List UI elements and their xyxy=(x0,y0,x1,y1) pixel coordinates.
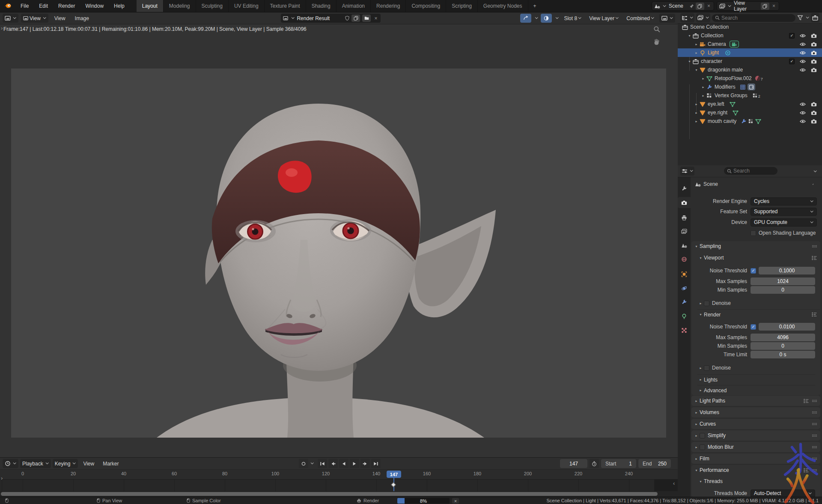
mesh-data-icon[interactable] xyxy=(733,110,739,116)
noise-threshold-checkbox[interactable]: ✓ xyxy=(751,324,756,330)
auto-keyframe-button[interactable] xyxy=(299,459,308,468)
tab-animation[interactable]: Animation xyxy=(337,0,371,12)
drag-grip-icon[interactable] xyxy=(812,445,817,449)
display-mode-button[interactable] xyxy=(696,13,710,22)
playhead-frame-badge[interactable]: 147 xyxy=(387,471,401,478)
pin-icon[interactable] xyxy=(689,3,694,9)
expand-arrow-icon[interactable]: ▾ xyxy=(686,60,693,63)
render-denoise-row[interactable]: ▸ Denoise xyxy=(697,364,815,372)
pin-icon[interactable] xyxy=(812,182,817,187)
tab-scene[interactable] xyxy=(678,240,691,251)
tab-render[interactable] xyxy=(678,197,691,208)
tab-constraints[interactable] xyxy=(678,296,691,307)
image-mode-dropdown[interactable]: View xyxy=(21,14,48,23)
render-visibility-toggle[interactable] xyxy=(811,119,817,124)
outliner-row-scene-collection[interactable]: Scene Collection xyxy=(678,23,822,31)
drag-grip-icon[interactable] xyxy=(812,411,817,414)
expand-arrow-icon[interactable]: ▸ xyxy=(693,51,700,55)
playback-menu[interactable]: Playback xyxy=(20,459,51,468)
drag-grip-icon[interactable] xyxy=(812,434,817,437)
jump-to-start-button[interactable] xyxy=(318,459,327,468)
drag-grip-icon[interactable] xyxy=(812,457,817,460)
play-button[interactable] xyxy=(350,459,359,468)
viewport-denoise-row[interactable]: ▸ Denoise xyxy=(697,299,815,307)
render-visibility-toggle[interactable] xyxy=(811,101,817,107)
collapse-region-chevron[interactable]: ‹ xyxy=(673,480,675,486)
wrench-icon[interactable] xyxy=(741,119,747,124)
tab-modeling[interactable]: Modeling xyxy=(164,0,196,12)
fake-user-shield-icon[interactable] xyxy=(345,15,349,21)
outliner-row-vertex-groups[interactable]: ▸ Vertex Groups 2 xyxy=(678,91,822,100)
viewport-subpanel-header[interactable]: ▾Viewport xyxy=(697,253,820,263)
editor-type-button[interactable] xyxy=(680,167,694,176)
presets-icon[interactable] xyxy=(803,468,809,473)
new-view-layer-button[interactable] xyxy=(761,3,769,10)
menu-image[interactable]: Image xyxy=(71,15,92,21)
display-channels-button[interactable] xyxy=(659,14,675,23)
curves-panel-header[interactable]: ▸Curves xyxy=(691,419,820,429)
collection-checkbox[interactable]: ✓ xyxy=(789,33,795,39)
drag-grip-icon[interactable] xyxy=(812,399,817,403)
presets-icon[interactable] xyxy=(811,255,817,261)
add-workspace-button[interactable]: + xyxy=(528,0,542,12)
advanced-subpanel-header[interactable]: ▸Advanced xyxy=(697,385,815,395)
tab-output[interactable] xyxy=(678,212,691,223)
lights-subpanel-header[interactable]: ▸Lights xyxy=(697,374,815,385)
current-frame-field[interactable]: 147 xyxy=(560,459,587,468)
presets-icon[interactable] xyxy=(811,312,817,317)
chevron-down-icon[interactable] xyxy=(806,15,809,18)
material-icon[interactable] xyxy=(755,76,760,81)
tab-geometry-nodes[interactable]: Geometry Nodes xyxy=(478,0,528,12)
subsurf-modifier-icon[interactable] xyxy=(748,84,755,90)
expand-arrow-icon[interactable]: ▸ xyxy=(700,94,706,98)
image-name[interactable]: Render Result xyxy=(297,15,343,21)
tab-uv-editing[interactable]: UV Editing xyxy=(229,0,265,12)
expand-arrow-icon[interactable]: ▸ xyxy=(700,85,706,89)
outliner-row-dragonkin-male[interactable]: ▾ dragonkin male xyxy=(678,66,822,74)
collection-checkbox[interactable]: ✓ xyxy=(789,59,795,64)
render-engine-dropdown[interactable]: Cycles xyxy=(751,197,817,206)
tab-shading[interactable]: Shading xyxy=(306,0,337,12)
motion-blur-checkbox[interactable] xyxy=(700,444,705,450)
min-samples-field[interactable]: 0 xyxy=(751,286,815,294)
outliner-row-character[interactable]: ▾ character ✓ xyxy=(678,57,822,66)
tab-scripting[interactable]: Scripting xyxy=(446,0,478,12)
layer-dropdown[interactable]: View Layer xyxy=(587,15,621,21)
menu-file[interactable]: File xyxy=(15,0,34,12)
min-samples-field[interactable]: 0 xyxy=(751,342,815,350)
tab-compositing[interactable]: Compositing xyxy=(406,0,446,12)
tab-object-data[interactable] xyxy=(678,310,691,322)
hide-eye-toggle[interactable] xyxy=(800,50,806,56)
render-visibility-toggle[interactable] xyxy=(811,67,817,73)
editor-type-button[interactable] xyxy=(3,459,18,468)
multires-grid-icon[interactable] xyxy=(740,84,746,90)
vertex-group-icon[interactable] xyxy=(748,119,754,124)
expand-region-chevron[interactable]: › xyxy=(1,475,3,481)
new-scene-button[interactable] xyxy=(696,3,704,10)
timeline-scrollbar[interactable] xyxy=(1,492,658,496)
outliner-row-light[interactable]: ▸ Light xyxy=(678,48,822,57)
slot-dropdown[interactable]: Slot 8 xyxy=(561,15,584,21)
render-visibility-toggle[interactable] xyxy=(811,110,817,116)
end-frame-field[interactable]: End250 xyxy=(638,459,671,468)
outliner-row-retopoflow[interactable]: ▸ RetopoFlow.002 7 xyxy=(678,74,822,83)
drag-grip-icon[interactable] xyxy=(812,245,817,248)
pass-dropdown[interactable]: Combined xyxy=(624,15,657,21)
outliner-row-collection[interactable]: ▾ Collection ✓ xyxy=(678,31,822,40)
outliner-search[interactable] xyxy=(712,14,795,22)
mesh-data-icon[interactable] xyxy=(730,101,736,107)
cancel-render-button[interactable]: × xyxy=(452,498,459,504)
drag-grip-icon[interactable] xyxy=(812,468,817,472)
performance-panel-header[interactable]: ▾Performance xyxy=(691,465,820,475)
noise-threshold-field[interactable]: 0.1000 xyxy=(759,267,815,274)
timeline-track[interactable] xyxy=(0,479,678,491)
search-input[interactable] xyxy=(733,168,774,174)
filter-icon[interactable] xyxy=(797,15,803,21)
time-limit-field[interactable]: 0 s xyxy=(751,351,815,358)
keying-menu[interactable]: Keying xyxy=(53,459,78,468)
prev-keyframe-button[interactable] xyxy=(328,459,338,468)
options-chevron-icon[interactable] xyxy=(814,169,817,172)
render-visibility-toggle[interactable] xyxy=(811,33,817,39)
tab-rendering[interactable]: Rendering xyxy=(371,0,406,12)
tab-texture[interactable] xyxy=(678,325,691,336)
